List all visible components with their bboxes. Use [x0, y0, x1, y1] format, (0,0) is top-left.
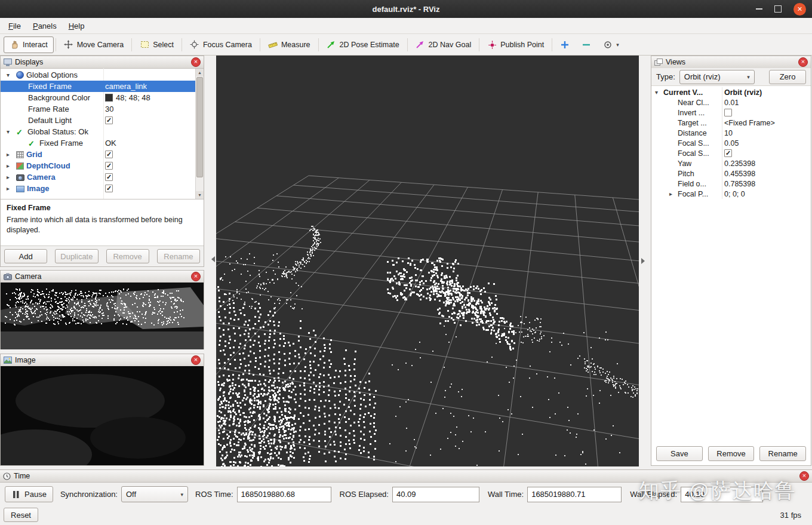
property-value[interactable]: 0.235398 — [724, 158, 810, 168]
tree-row[interactable]: Fixed Frame camera_link — [1, 81, 196, 92]
row-value[interactable] — [105, 171, 195, 183]
tree-row[interactable]: Background Color 48; 48; 48 — [1, 92, 196, 103]
zero-button[interactable]: Zero — [769, 70, 806, 84]
time-field-input[interactable]: 40.09 — [392, 487, 479, 502]
minimize-button[interactable] — [756, 8, 762, 10]
property-checkbox[interactable] — [724, 149, 732, 157]
property-value[interactable]: 0.785398 — [724, 179, 810, 189]
views-row[interactable]: Near Cl... 0.01 — [651, 97, 811, 108]
expander-icon[interactable] — [7, 129, 16, 135]
time-field-input[interactable]: 40.10 — [681, 487, 763, 502]
property-value[interactable] — [724, 108, 810, 118]
time-panel-header[interactable]: Time × — [0, 470, 812, 483]
close-displays-icon[interactable]: × — [191, 57, 201, 67]
tree-row[interactable]: Image — [1, 183, 196, 194]
tool-focus-camera[interactable]: Focus Camera — [184, 36, 258, 53]
tool-2d-pose-estimate[interactable]: 2D Pose Estimate — [321, 36, 405, 53]
scroll-down-button[interactable]: ▾ — [196, 191, 204, 199]
scroll-thumb[interactable] — [196, 77, 203, 177]
views-action-button[interactable]: Rename — [759, 446, 806, 461]
views-row[interactable]: Yaw 0.235398 — [651, 158, 811, 168]
property-value[interactable]: 0; 0; 0 — [724, 189, 810, 199]
views-row[interactable]: Field o... 0.785398 — [651, 179, 811, 189]
views-row[interactable]: Distance 10 — [651, 128, 811, 138]
row-value[interactable]: 48; 48; 48 — [105, 92, 195, 103]
row-value[interactable] — [105, 160, 195, 171]
views-row[interactable]: Pitch 0.455398 — [651, 168, 811, 179]
row-checkbox[interactable] — [105, 116, 113, 124]
close-views-icon[interactable]: × — [798, 57, 808, 67]
row-value[interactable]: camera_link — [105, 81, 195, 92]
expander-icon[interactable] — [669, 191, 678, 197]
pause-button[interactable]: Pause — [5, 486, 53, 502]
time-field-input[interactable]: 1685019880.71 — [527, 487, 622, 502]
views-row[interactable]: Target ... <Fixed Frame> — [651, 118, 811, 128]
menu-file[interactable]: File — [2, 19, 27, 33]
expander-icon[interactable] — [7, 174, 16, 180]
row-value[interactable]: 30 — [105, 103, 195, 115]
views-row[interactable]: Focal P... 0; 0; 0 — [651, 189, 811, 199]
views-row[interactable]: Current V... Orbit (rviz) — [651, 87, 811, 97]
reset-button[interactable]: Reset — [4, 508, 38, 522]
image-panel-header[interactable]: Image × — [1, 354, 204, 367]
tree-row[interactable]: Global Options — [1, 69, 196, 81]
views-action-button[interactable]: Remove — [708, 446, 755, 461]
tree-row[interactable]: DepthCloud — [1, 160, 196, 171]
expander-icon[interactable] — [7, 152, 16, 158]
view-type-dropdown[interactable]: Orbit (rviz) ▾ — [679, 70, 755, 84]
property-value[interactable] — [724, 148, 810, 158]
row-checkbox[interactable] — [105, 173, 113, 181]
property-checkbox[interactable] — [724, 109, 732, 116]
close-time-icon[interactable]: × — [799, 471, 809, 481]
displays-action-button[interactable]: Add — [4, 249, 47, 263]
tool-2d-nav-goal[interactable]: 2D Nav Goal — [410, 36, 478, 53]
menu-help[interactable]: Help — [63, 19, 91, 33]
tool-measure[interactable]: Measure — [262, 36, 316, 53]
close-camera-icon[interactable]: × — [191, 272, 201, 281]
3d-viewport[interactable] — [216, 56, 639, 466]
close-button[interactable]: × — [793, 3, 806, 16]
close-image-icon[interactable]: × — [191, 355, 201, 365]
tree-row[interactable]: Frame Rate 30 — [1, 103, 196, 115]
scroll-up-button[interactable]: ▴ — [196, 69, 204, 76]
tool-publish-point[interactable]: Publish Point — [481, 36, 550, 53]
tool-properties-button[interactable]: ▾ — [597, 36, 625, 53]
tree-row[interactable]: Default Light — [1, 115, 196, 126]
tool-move-camera[interactable]: Move Camera — [58, 36, 130, 53]
maximize-button[interactable] — [774, 5, 782, 13]
tool-select[interactable]: Select — [134, 36, 180, 53]
remove-tool-button[interactable] — [576, 36, 597, 53]
property-value[interactable]: 10 — [724, 128, 810, 138]
property-value[interactable]: Orbit (rviz) — [724, 87, 810, 97]
expander-icon[interactable] — [7, 72, 16, 78]
expander-icon[interactable] — [7, 186, 16, 192]
displays-action-button[interactable]: Rename — [157, 249, 200, 263]
tree-row[interactable]: Global Status: Ok — [1, 126, 196, 137]
camera-panel-header[interactable]: Camera × — [1, 271, 204, 283]
row-value[interactable] — [105, 69, 195, 81]
displays-action-button[interactable]: Duplicate — [55, 249, 98, 263]
tree-row[interactable]: Camera — [1, 171, 196, 183]
displays-panel-header[interactable]: Displays × — [1, 56, 204, 69]
row-value[interactable] — [105, 126, 195, 137]
views-action-button[interactable]: Save — [656, 446, 703, 461]
row-checkbox[interactable] — [105, 162, 113, 170]
views-row[interactable]: Focal S... 0.05 — [651, 138, 811, 148]
tree-row[interactable]: Fixed Frame OK — [1, 137, 196, 149]
menu-panels[interactable]: Panels — [27, 19, 63, 33]
views-panel-header[interactable]: Views × — [651, 56, 811, 69]
displays-action-button[interactable]: Remove — [106, 249, 149, 263]
property-value[interactable]: <Fixed Frame> — [724, 118, 810, 128]
tree-row[interactable]: Grid — [1, 149, 196, 160]
expander-icon[interactable] — [655, 90, 663, 96]
sync-dropdown[interactable]: Off ▾ — [121, 486, 188, 502]
row-value[interactable] — [105, 149, 195, 160]
tool-interact[interactable]: Interact — [4, 36, 54, 53]
row-value[interactable] — [105, 183, 195, 194]
row-checkbox[interactable] — [105, 185, 113, 192]
views-row[interactable]: Invert ... — [651, 108, 811, 118]
displays-scrollbar[interactable]: ▴ ▾ — [195, 69, 204, 199]
row-checkbox[interactable] — [105, 151, 113, 158]
property-value[interactable]: 0.05 — [724, 138, 810, 148]
property-value[interactable]: 0.455398 — [724, 168, 810, 179]
